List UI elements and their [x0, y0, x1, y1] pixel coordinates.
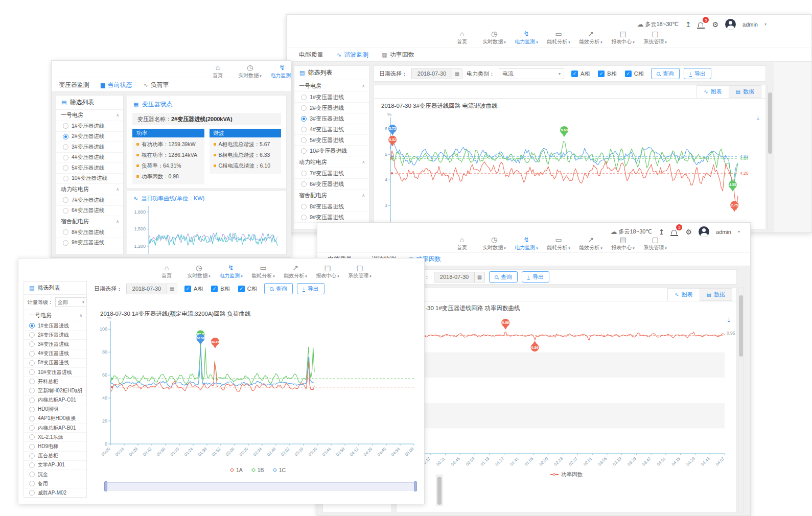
- radio-button[interactable]: [301, 137, 307, 143]
- radio-button[interactable]: [29, 397, 35, 403]
- radio-button[interactable]: [301, 181, 307, 187]
- sidebar-list-row[interactable]: 一号电房 ∧: [294, 80, 369, 92]
- nav-item[interactable]: 实时数据▾: [481, 236, 507, 251]
- sidebar-list-row[interactable]: 6#变压器进线: [56, 206, 123, 217]
- date-input[interactable]: 2018-07-30▦: [411, 68, 462, 79]
- phase-checkbox[interactable]: ✓ B相: [211, 285, 229, 293]
- nav-item[interactable]: 系统管理▾: [642, 236, 668, 251]
- chevron-down-icon[interactable]: ▾: [738, 229, 740, 234]
- phase-checkbox[interactable]: ✓ A相: [184, 285, 203, 293]
- radio-button[interactable]: [29, 425, 35, 431]
- sidebar-list-row[interactable]: 内梯总柜AP-C01: [24, 396, 86, 405]
- calendar-icon[interactable]: ▦: [452, 69, 462, 79]
- nav-item[interactable]: 首页: [205, 63, 230, 79]
- username[interactable]: admin: [716, 229, 731, 235]
- radio-button[interactable]: [301, 148, 307, 154]
- view-tab[interactable]: 图表: [697, 85, 729, 98]
- phase-checkbox[interactable]: ✓ C相: [238, 285, 257, 293]
- sidebar-list-row[interactable]: 4#变压器进线: [56, 153, 123, 163]
- radio-button[interactable]: [29, 379, 35, 384]
- legend-item[interactable]: 1C: [273, 467, 286, 473]
- radio-button[interactable]: [29, 388, 35, 393]
- sidebar-list-row[interactable]: 一号电房 ∧: [24, 310, 86, 321]
- nav-item[interactable]: 报表中心▾: [610, 236, 636, 251]
- radio-button[interactable]: [29, 444, 35, 450]
- scrollbar[interactable]: [738, 288, 744, 512]
- scrollbar[interactable]: [436, 475, 443, 506]
- sidebar-list-row[interactable]: 10#变压器进线: [24, 368, 86, 377]
- sidebar-list-row[interactable]: 5#变压器进线: [294, 135, 369, 146]
- notification-bell-icon[interactable]: 5: [698, 20, 705, 28]
- radio-button[interactable]: [29, 434, 35, 440]
- nav-item[interactable]: 报表中心▾: [610, 30, 636, 45]
- nav-item[interactable]: 首页: [154, 264, 179, 279]
- scrollbar[interactable]: [767, 85, 773, 229]
- radio-button[interactable]: [29, 351, 35, 357]
- avatar[interactable]: [725, 19, 736, 30]
- radio-button[interactable]: [29, 472, 35, 477]
- view-tab[interactable]: 数据: [729, 85, 761, 98]
- radio-button[interactable]: [301, 105, 307, 111]
- radio-button[interactable]: [63, 208, 68, 214]
- radio-button[interactable]: [301, 215, 307, 220]
- sidebar-list-row[interactable]: 8#变压器进线: [56, 227, 123, 238]
- nav-item[interactable]: 实时数据▾: [481, 30, 507, 45]
- radio-button[interactable]: [29, 490, 35, 496]
- sidebar-list-row[interactable]: 压合总柜: [24, 452, 86, 461]
- sidebar-list-row[interactable]: 8#变压器进线: [294, 201, 369, 212]
- checkbox-check-icon[interactable]: ✓: [625, 71, 632, 77]
- sidebar-list-row[interactable]: 9#变压器进线: [56, 238, 123, 249]
- sidebar-list-row[interactable]: 5#变压器进线: [56, 163, 123, 174]
- radio-button[interactable]: [29, 323, 35, 329]
- nav-item[interactable]: 能效分析▾: [283, 264, 308, 279]
- sidebar-list-row[interactable]: 9#变压器进线: [294, 212, 369, 223]
- slider-handle-right[interactable]: [414, 481, 417, 491]
- sidebar-list-row[interactable]: 内梯总柜AP-B01: [24, 424, 86, 433]
- slider-handle-left[interactable]: [104, 481, 107, 491]
- sidebar-list-row[interactable]: 7#变压器进线: [56, 195, 123, 206]
- phase-checkbox[interactable]: ✓ A相: [571, 70, 590, 78]
- settings-gear-icon[interactable]: ⚙: [712, 21, 718, 28]
- nav-item[interactable]: 首页: [449, 236, 475, 251]
- radio-button[interactable]: [63, 197, 68, 203]
- nav-item[interactable]: 能效分析▾: [578, 236, 604, 251]
- nav-item[interactable]: 电力监测▾: [514, 236, 539, 251]
- sidebar-list-row[interactable]: 开料总柜: [24, 377, 86, 386]
- chart-download-icon[interactable]: ↓: [757, 114, 760, 120]
- date-input[interactable]: 2018-07-30▦: [434, 272, 485, 283]
- sidebar-list-row[interactable]: HD0照明: [24, 405, 86, 414]
- meter-level-select[interactable]: 全部▾: [55, 297, 87, 307]
- query-button[interactable]: 查询: [489, 271, 518, 283]
- view-tab[interactable]: 数据: [700, 288, 732, 301]
- checkbox-check-icon[interactable]: ✓: [571, 71, 578, 77]
- radio-button[interactable]: [29, 481, 35, 486]
- export-button[interactable]: ↓导出: [684, 68, 711, 79]
- radio-button[interactable]: [301, 116, 307, 122]
- sidebar-list-row[interactable]: 动力站电房 ∧: [294, 156, 369, 168]
- radio-button[interactable]: [29, 341, 35, 347]
- radio-button[interactable]: [29, 453, 35, 459]
- tab[interactable]: 谐波监测: [337, 51, 368, 59]
- radio-button[interactable]: [301, 127, 307, 132]
- radio-button[interactable]: [29, 332, 35, 338]
- sidebar-list-row[interactable]: 3#变压器进线: [24, 340, 86, 349]
- sidebar-list-row[interactable]: 宿舍配电房 ∧: [56, 216, 123, 227]
- radio-button[interactable]: [301, 204, 307, 209]
- nav-item[interactable]: 电力监测▾: [514, 30, 539, 45]
- sidebar-list-row[interactable]: 2#变压器进线: [294, 103, 369, 113]
- radio-button[interactable]: [29, 407, 35, 412]
- sidebar-list-row[interactable]: XL-2.1乐源: [24, 433, 86, 442]
- radio-button[interactable]: [63, 229, 68, 235]
- checkbox-check-icon[interactable]: ✓: [184, 286, 191, 292]
- radio-button[interactable]: [63, 123, 68, 129]
- nav-item[interactable]: 系统管理▾: [642, 30, 668, 45]
- sidebar-list-row[interactable]: 3#变压器进线: [294, 113, 369, 124]
- sidebar-list-row[interactable]: 威胜AP-M02: [24, 488, 86, 498]
- sidebar-list-row[interactable]: 1#变压器进线: [24, 321, 86, 331]
- sidebar-list-row[interactable]: 至新增H02柜HD贴孔: [24, 386, 86, 395]
- sidebar-list-row[interactable]: 10#变压器进线: [294, 146, 369, 156]
- export-button[interactable]: ↓导出: [297, 283, 324, 294]
- chevron-down-icon[interactable]: ▾: [764, 22, 767, 27]
- sidebar-list-row[interactable]: 3#变压器进线: [56, 142, 123, 153]
- legend-item[interactable]: 1B: [252, 467, 264, 473]
